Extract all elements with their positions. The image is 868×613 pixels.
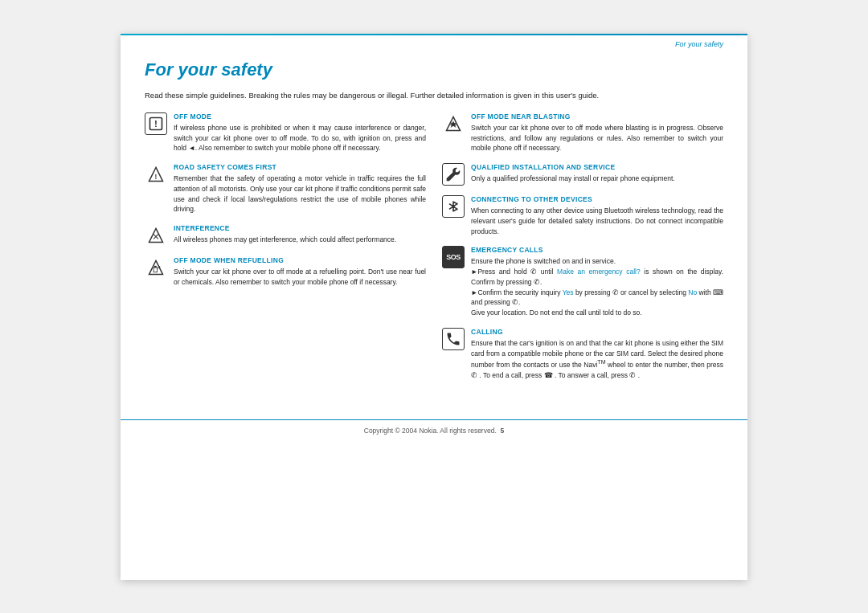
list-item: ! ROAD SAFETY COMES FIRST Remember that … <box>145 163 426 215</box>
calling-title: CALLING <box>471 328 723 336</box>
highlight-yes: Yes <box>563 288 574 296</box>
refuelling-title: OFF MODE WHEN REFUELLING <box>174 256 426 264</box>
blasting-icon <box>442 112 465 135</box>
road-safety-icon: ! <box>145 163 167 186</box>
list-item: QUALIFIED INSTALLATION AND SERVICE Only … <box>442 163 723 186</box>
road-safety-text: Remember that the safety of operating a … <box>174 174 426 215</box>
blasting-content: OFF MODE NEAR BLASTING Switch your car k… <box>471 112 723 153</box>
bluetooth-icon <box>442 195 465 218</box>
calling-icon <box>442 328 465 350</box>
highlight-emergency: Make an emergency call? <box>557 268 641 276</box>
interference-text: All wireless phones may get interference… <box>174 235 426 245</box>
emergency-text: Ensure the phone is switched on and in s… <box>471 256 723 318</box>
right-column: OFF MODE NEAR BLASTING Switch your car k… <box>442 112 723 390</box>
page-title: For your safety <box>145 59 723 80</box>
list-item: ! OFF MODE If wireless phone use is proh… <box>145 112 426 153</box>
refuelling-icon <box>145 256 167 279</box>
footer: Copyright © 2004 Nokia. All rights reser… <box>121 420 747 441</box>
header-label: For your safety <box>121 35 747 51</box>
svg-marker-4 <box>149 228 162 242</box>
intro-text: Read these simple guidelines. Breaking t… <box>145 90 723 101</box>
installation-title: QUALIFIED INSTALLATION AND SERVICE <box>471 163 723 171</box>
interference-title: INTERFERENCE <box>174 224 426 232</box>
road-safety-title: ROAD SAFETY COMES FIRST <box>174 163 426 171</box>
refuelling-content: OFF MODE WHEN REFUELLING Switch your car… <box>174 256 426 288</box>
svg-text:!: ! <box>154 118 158 129</box>
list-item: OFF MODE NEAR BLASTING Switch your car k… <box>442 112 723 153</box>
svg-rect-8 <box>154 268 157 272</box>
highlight-no: No <box>688 288 697 296</box>
interference-icon <box>145 224 167 247</box>
left-column: ! OFF MODE If wireless phone use is proh… <box>145 112 426 390</box>
svg-point-11 <box>158 266 160 268</box>
connecting-text: When connecting to any other device usin… <box>471 206 723 236</box>
blasting-title: OFF MODE NEAR BLASTING <box>471 112 723 121</box>
page-number: 5 <box>501 427 505 435</box>
off-mode-text: If wireless phone use is prohibited or w… <box>174 123 426 153</box>
connecting-title: CONNECTING TO OTHER DEVICES <box>471 195 723 203</box>
emergency-title: EMERGENCY CALLS <box>471 246 723 254</box>
page: For your safety For your safety Read the… <box>121 34 747 580</box>
wrench-icon <box>442 163 465 186</box>
content-area: For your safety Read these simple guidel… <box>121 51 747 407</box>
two-columns: ! OFF MODE If wireless phone use is proh… <box>145 112 723 390</box>
copyright-text: Copyright © 2004 Nokia. All rights reser… <box>364 427 497 435</box>
svg-rect-9 <box>154 266 157 268</box>
list-item: OFF MODE WHEN REFUELLING Switch your car… <box>145 256 426 288</box>
installation-content: QUALIFIED INSTALLATION AND SERVICE Only … <box>471 163 723 184</box>
blasting-text: Switch your car kit phone over to off mo… <box>471 123 723 153</box>
installation-text: Only a qualified professional may instal… <box>471 174 723 184</box>
emergency-content: EMERGENCY CALLS Ensure the phone is swit… <box>471 246 723 318</box>
sos-icon: SOS <box>442 246 465 268</box>
list-item: INTERFERENCE All wireless phones may get… <box>145 224 426 247</box>
list-item: CALLING Ensure that the car's ignition i… <box>442 328 723 381</box>
off-mode-title: OFF MODE <box>174 112 426 121</box>
calling-text: Ensure that the car's ignition is on and… <box>471 338 723 381</box>
list-item: SOS EMERGENCY CALLS Ensure the phone is … <box>442 246 723 318</box>
connecting-content: CONNECTING TO OTHER DEVICES When connect… <box>471 195 723 236</box>
svg-text:!: ! <box>155 173 158 181</box>
interference-content: INTERFERENCE All wireless phones may get… <box>174 224 426 245</box>
off-mode-content: OFF MODE If wireless phone use is prohib… <box>174 112 426 153</box>
list-item: CONNECTING TO OTHER DEVICES When connect… <box>442 195 723 236</box>
road-safety-content: ROAD SAFETY COMES FIRST Remember that th… <box>174 163 426 215</box>
refuelling-text: Switch your car kit phone over to off mo… <box>174 267 426 288</box>
off-mode-icon: ! <box>145 112 167 135</box>
calling-content: CALLING Ensure that the car's ignition i… <box>471 328 723 381</box>
